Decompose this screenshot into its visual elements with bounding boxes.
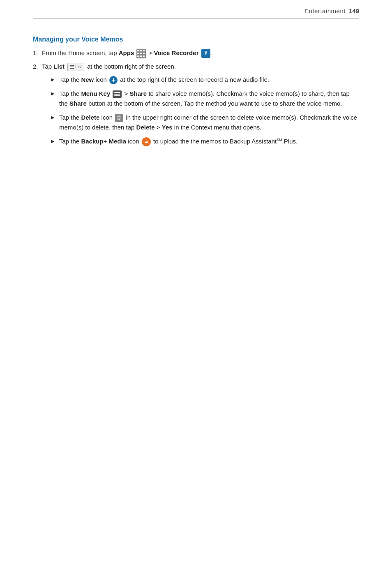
- bullet-list: ► Tap the New icon + at the top right of…: [50, 75, 359, 146]
- menu-key-label: Menu Key: [81, 90, 110, 97]
- list-icon: List: [67, 63, 84, 71]
- apps-label: Apps: [119, 49, 134, 56]
- backup-icon: ☁: [142, 137, 151, 146]
- bullet-text-delete: Tap the Delete icon 🗑 in the upper right…: [59, 113, 359, 132]
- bullet-text-new: Tap the New icon + at the top right of t…: [59, 75, 269, 85]
- delete-label: Delete: [81, 114, 99, 121]
- new-icon: +: [109, 76, 118, 84]
- section-title: Managing your Voice Memos: [33, 36, 359, 43]
- delete-label-2: Delete: [136, 124, 155, 131]
- yes-label: Yes: [162, 124, 173, 131]
- delete-icon: 🗑: [115, 114, 123, 122]
- bullet-arrow-3: ►: [50, 113, 58, 122]
- page: Entertainment 149 Managing your Voice Me…: [0, 0, 392, 564]
- share-button-label: Share: [69, 100, 87, 107]
- step-2: 2. Tap List List at the bottom right of …: [33, 62, 359, 72]
- category-label: Entertainment: [304, 7, 346, 14]
- bullet-arrow-1: ►: [50, 76, 58, 84]
- bullet-item-delete: ► Tap the Delete icon 🗑 in the upper rig…: [50, 113, 359, 132]
- voice-recorder-icon: [201, 49, 210, 58]
- share-label: Share: [130, 90, 147, 97]
- bullet-arrow-4: ►: [50, 137, 58, 146]
- bullet-item-backup: ► Tap the Backup+ Media icon ☁ to upload…: [50, 136, 359, 146]
- list-label: List: [53, 63, 65, 70]
- apps-icon: [136, 49, 146, 58]
- menu-key-icon: [113, 90, 122, 98]
- bullet-text-backup: Tap the Backup+ Media icon ☁ to upload t…: [59, 136, 297, 146]
- step-1: 1. From the Home screen, tap Apps > Voic…: [33, 48, 359, 58]
- bullet-text-share: Tap the Menu Key > Share to share voice …: [59, 89, 359, 109]
- new-label: New: [81, 76, 94, 83]
- step-1-text: From the Home screen, tap Apps > Voice R…: [42, 48, 213, 58]
- bullet-item-share: ► Tap the Menu Key > Share to share voic…: [50, 89, 359, 109]
- top-bar: Entertainment 149: [33, 0, 359, 19]
- step-2-number: 2.: [33, 62, 42, 72]
- voice-recorder-label: Voice Recorder: [154, 49, 199, 56]
- backup-label: Backup+ Media: [81, 138, 126, 145]
- step-1-number: 1.: [33, 48, 42, 58]
- step-2-text: Tap List List at the bottom right of the…: [42, 62, 176, 72]
- page-number: 149: [349, 7, 359, 14]
- bullet-item-new: ► Tap the New icon + at the top right of…: [50, 75, 359, 85]
- bullet-arrow-2: ►: [50, 90, 58, 98]
